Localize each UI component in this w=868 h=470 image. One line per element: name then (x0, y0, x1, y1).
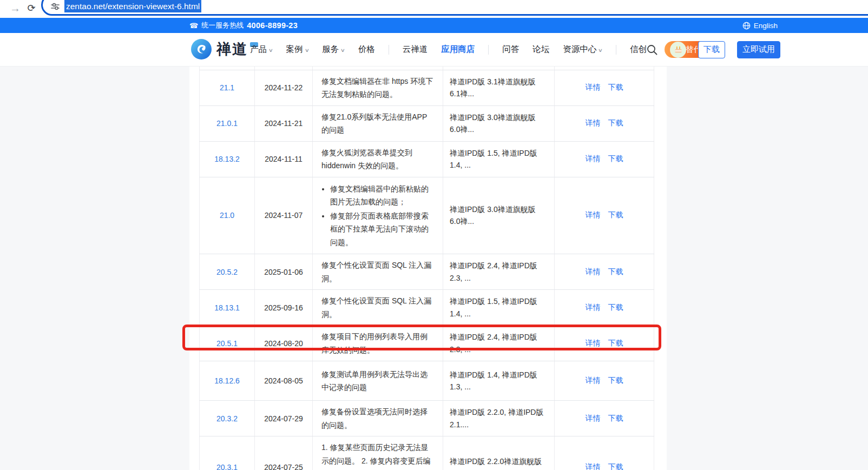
nav-divider (389, 45, 389, 55)
detail-link[interactable]: 详情 (586, 339, 601, 347)
download-link[interactable]: 下载 (608, 83, 623, 91)
detail-link[interactable]: 详情 (586, 267, 601, 276)
detail-link[interactable]: 详情 (586, 303, 601, 312)
nav-item-6[interactable]: 应用商店 (441, 44, 475, 55)
nav-item-12[interactable]: 信创 (630, 44, 647, 55)
version-link[interactable]: 20.3.2 (216, 414, 238, 423)
detail-link[interactable]: 详情 (586, 118, 601, 127)
description-bullet: 修复文档编辑器中的新粘贴的图片无法加载的问题； (330, 182, 434, 209)
release-description: 修复21.0系列版本无法使用APP的问题 (313, 105, 443, 141)
version-link[interactable]: 18.13.2 (214, 155, 240, 163)
release-date: 2024-08-05 (255, 361, 313, 401)
download-link[interactable]: 下载 (608, 414, 623, 422)
nav-item-label: 资源中心 (563, 44, 596, 55)
version-link[interactable]: 21.1 (220, 83, 234, 92)
nav-item-label: 产品 (250, 44, 267, 55)
affected-versions: 禅道IPD版 3.1禅道旗舰版 6.1禅... (443, 70, 555, 105)
detail-link[interactable]: 详情 (586, 83, 601, 91)
version-link[interactable]: 21.0 (220, 211, 234, 220)
nav-item-5[interactable]: 云禅道 (403, 44, 428, 55)
nav-item-10[interactable]: 资源中心∨ (563, 44, 602, 55)
nav-item-label: 问答 (502, 44, 519, 55)
release-description: 1. 修复某些页面历史记录无法显示的问题。 2. 修复内容变更后编辑富文本编辑器… (313, 436, 443, 470)
main-nav: 禅道 产品∨案例∨服务∨价格云禅道应用商店问答论坛资源中心∨信创Jira替代 下… (0, 33, 868, 66)
reload-icon[interactable]: ⟳ (24, 1, 39, 16)
download-link[interactable]: 下载 (608, 462, 623, 470)
nav-item-label: 服务 (322, 44, 339, 55)
anniversary-cake-icon[interactable] (670, 42, 686, 58)
nav-item-label: 论坛 (532, 44, 549, 55)
nav-item-2[interactable]: 服务∨ (322, 44, 345, 55)
release-description: 修复测试单用例列表无法导出选中记录的问题 (313, 361, 443, 401)
language-switch[interactable]: English (742, 18, 778, 33)
affected-versions: 禅道IPD版 1.5, 禅道IPD版 1.4, ... (443, 141, 555, 177)
detail-link[interactable]: 详情 (586, 462, 601, 470)
nav-item-9[interactable]: 论坛 (532, 44, 549, 55)
hotline-label: 统一服务热线 (201, 21, 244, 30)
url-text[interactable]: zentao.net/extension-viewext-6.html (64, 0, 201, 12)
zentao-logo[interactable]: 禅道 (190, 38, 258, 60)
release-table-body: 21.1 2024-11-22 修复文档编辑器在非 https 环境下无法复制粘… (200, 66, 654, 470)
nav-item-3[interactable]: 价格 (358, 44, 375, 55)
download-link[interactable]: 下载 (608, 210, 623, 219)
try-now-button[interactable]: 立即试用 (737, 41, 780, 58)
nav-item-1[interactable]: 案例∨ (286, 44, 309, 55)
release-description: 修复个性化设置页面 SQL 注入漏洞。 (313, 254, 443, 290)
site-topbar: ☎ 统一服务热线 4006-8899-23 English (0, 18, 868, 33)
version-link[interactable]: 18.13.1 (214, 303, 240, 312)
nav-item-0[interactable]: 产品∨ (250, 44, 273, 55)
table-row: 21.0 2024-11-07 修复文档编辑器中的新粘贴的图片无法加载的问题；修… (200, 177, 654, 254)
detail-link[interactable]: 详情 (586, 154, 601, 163)
download-link[interactable]: 下载 (608, 118, 623, 127)
chevron-down-icon: ∨ (598, 48, 603, 53)
nav-divider (616, 45, 616, 55)
hotline: ☎ 统一服务热线 4006-8899-23 (189, 18, 298, 33)
download-button[interactable]: 下载 (698, 41, 725, 58)
release-description: 修复备份设置选项无法同时选择的问题。 (313, 401, 443, 436)
screen: → ⟳ zentao.net/extension-viewext-6.html … (0, 0, 868, 470)
version-link[interactable]: 20.5.1 (216, 339, 238, 348)
table-row: 18.13.2 2024-11-11 修复火狐浏览器表单提交到 hiddenwi… (200, 141, 654, 177)
download-link[interactable]: 下载 (608, 376, 623, 385)
detail-link[interactable]: 详情 (586, 376, 601, 385)
version-link[interactable]: 21.0.1 (216, 119, 238, 128)
download-link[interactable]: 下载 (608, 267, 623, 276)
browser-toolbar: → ⟳ zentao.net/extension-viewext-6.html (0, 0, 868, 18)
affected-versions: 禅道IPD版 2.2.0, 禅道IPD版 2.1.... (443, 401, 555, 436)
affected-versions: 禅道IPD版 1.5, 禅道IPD版 1.4, ... (443, 290, 555, 326)
address-bar[interactable]: zentao.net/extension-viewext-6.html (41, 0, 868, 16)
download-link[interactable]: 下载 (608, 303, 623, 312)
nav-menu: 产品∨案例∨服务∨价格云禅道应用商店问答论坛资源中心∨信创Jira替代 (250, 33, 710, 66)
release-date: 2025-09-16 (255, 290, 313, 326)
release-date: 2024-11-22 (255, 70, 313, 105)
affected-versions: 禅道IPD版 3.0禅道旗舰版 6.0禅... (443, 105, 555, 141)
detail-link[interactable]: 详情 (586, 210, 601, 219)
table-row: 20.3.2 2024-07-29 修复备份设置选项无法同时选择的问题。 禅道I… (200, 401, 654, 436)
release-date: 2024-11-21 (255, 105, 313, 141)
version-link[interactable]: 20.3.1 (216, 463, 238, 470)
table-row: 18.13.1 2025-09-16 修复个性化设置页面 SQL 注入漏洞。 禅… (200, 290, 654, 326)
release-date: 2024-11-07 (255, 177, 313, 254)
table-row: 21.1 2024-11-22 修复文档编辑器在非 https 环境下无法复制粘… (200, 70, 654, 105)
content-panel: 21.1 2024-11-22 修复文档编辑器在非 https 环境下无法复制粘… (189, 66, 667, 470)
description-bullet: 修复部分页面表格底部带搜索框的下拉菜单无法向下滚动的问题。 (330, 209, 434, 249)
phone-icon: ☎ (189, 22, 198, 30)
search-icon[interactable] (646, 44, 658, 56)
release-date: 2024-07-29 (255, 401, 313, 436)
release-description: 修复火狐浏览器表单提交到 hiddenwin 失效的问题。 (313, 141, 443, 177)
affected-versions: 禅道IPD版 2.4, 禅道IPD版 2.3, ... (443, 254, 555, 290)
download-link[interactable]: 下载 (608, 154, 623, 163)
version-link[interactable]: 20.5.2 (216, 268, 238, 276)
chevron-down-icon: ∨ (268, 48, 273, 53)
site-settings-icon[interactable] (50, 2, 60, 11)
nav-item-8[interactable]: 问答 (502, 44, 519, 55)
download-link[interactable]: 下载 (608, 339, 623, 347)
globe-icon (742, 22, 751, 30)
table-row: 18.12.6 2024-08-05 修复测试单用例列表无法导出选中记录的问题 … (200, 361, 654, 401)
forward-icon[interactable]: → (8, 1, 23, 16)
release-description: 修复个性化设置页面 SQL 注入漏洞。 (313, 290, 443, 326)
detail-link[interactable]: 详情 (586, 414, 601, 422)
affected-versions: 禅道IPD版 2.2.0禅道旗舰版 5.2.... (443, 436, 555, 470)
release-description: 修复项目下的用例列表导入用例库无效的问题。 (313, 326, 443, 361)
version-link[interactable]: 18.12.6 (214, 376, 240, 385)
